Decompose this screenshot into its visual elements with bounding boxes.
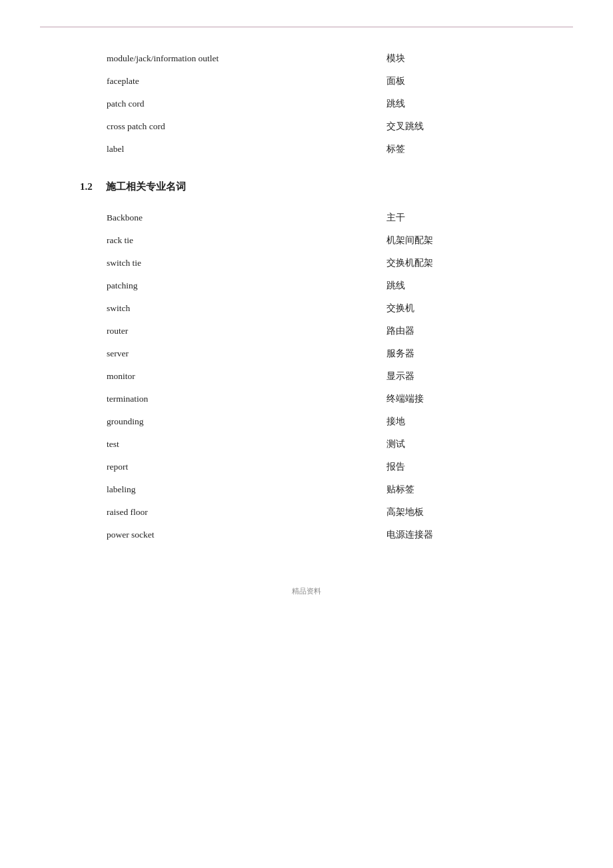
term-row: router 路由器 <box>40 320 573 342</box>
section1-term-table: module/jack/information outlet 模块 facepl… <box>40 47 573 161</box>
term-en: raised floor <box>40 501 333 524</box>
term-row: label 标签 <box>40 138 573 161</box>
term-zh: 机架间配架 <box>333 229 573 252</box>
term-zh: 面板 <box>333 70 573 93</box>
term-en: switch <box>40 297 333 320</box>
term-zh: 显示器 <box>333 365 573 388</box>
section2-number: 1.2 <box>80 181 93 193</box>
term-zh: 接地 <box>333 410 573 433</box>
term-en: grounding <box>40 410 333 433</box>
term-row: cross patch cord 交叉跳线 <box>40 115 573 138</box>
term-row: Backbone 主干 <box>40 207 573 229</box>
term-row: switch 交换机 <box>40 297 573 320</box>
term-row: test 测试 <box>40 433 573 456</box>
term-en: labeling <box>40 478 333 501</box>
term-row: raised floor 高架地板 <box>40 501 573 524</box>
term-zh: 标签 <box>333 138 573 161</box>
term-zh: 主干 <box>333 207 573 229</box>
term-zh: 服务器 <box>333 342 573 365</box>
term-en: Backbone <box>40 207 333 229</box>
term-row: switch tie 交换机配架 <box>40 252 573 274</box>
term-row: grounding 接地 <box>40 410 573 433</box>
term-en: server <box>40 342 333 365</box>
term-row: server 服务器 <box>40 342 573 365</box>
section2-header: 1.2 施工相关专业名词 <box>80 181 573 193</box>
term-en: switch tie <box>40 252 333 274</box>
term-zh: 交换机配架 <box>333 252 573 274</box>
term-en: report <box>40 456 333 478</box>
term-en: label <box>40 138 333 161</box>
term-en: test <box>40 433 333 456</box>
term-zh: 跳线 <box>333 93 573 115</box>
term-row: power socket 电源连接器 <box>40 524 573 546</box>
term-zh: 跳线 <box>333 274 573 297</box>
term-zh: 路由器 <box>333 320 573 342</box>
term-en: patch cord <box>40 93 333 115</box>
term-row: rack tie 机架间配架 <box>40 229 573 252</box>
term-en: termination <box>40 388 333 410</box>
term-zh: 高架地板 <box>333 501 573 524</box>
term-row: patch cord 跳线 <box>40 93 573 115</box>
term-zh: 终端端接 <box>333 388 573 410</box>
term-row: patching 跳线 <box>40 274 573 297</box>
term-row: module/jack/information outlet 模块 <box>40 47 573 70</box>
footer-text: 精品资料 <box>292 587 321 595</box>
term-row: termination 终端端接 <box>40 388 573 410</box>
term-en: monitor <box>40 365 333 388</box>
term-row: report 报告 <box>40 456 573 478</box>
term-zh: 贴标签 <box>333 478 573 501</box>
term-row: labeling 贴标签 <box>40 478 573 501</box>
term-en: cross patch cord <box>40 115 333 138</box>
term-en: power socket <box>40 524 333 546</box>
section2-title: 施工相关专业名词 <box>106 181 186 193</box>
term-zh: 交叉跳线 <box>333 115 573 138</box>
term-zh: 电源连接器 <box>333 524 573 546</box>
term-row: faceplate 面板 <box>40 70 573 93</box>
term-en: router <box>40 320 333 342</box>
term-en: module/jack/information outlet <box>40 47 333 70</box>
term-en: rack tie <box>40 229 333 252</box>
section2-term-table: Backbone 主干 rack tie 机架间配架 switch tie 交换… <box>40 207 573 546</box>
term-zh: 测试 <box>333 433 573 456</box>
term-row: monitor 显示器 <box>40 365 573 388</box>
term-zh: 报告 <box>333 456 573 478</box>
top-divider <box>40 27 573 27</box>
footer: 精品资料 <box>40 586 573 596</box>
term-en: faceplate <box>40 70 333 93</box>
term-zh: 交换机 <box>333 297 573 320</box>
term-zh: 模块 <box>333 47 573 70</box>
term-en: patching <box>40 274 333 297</box>
